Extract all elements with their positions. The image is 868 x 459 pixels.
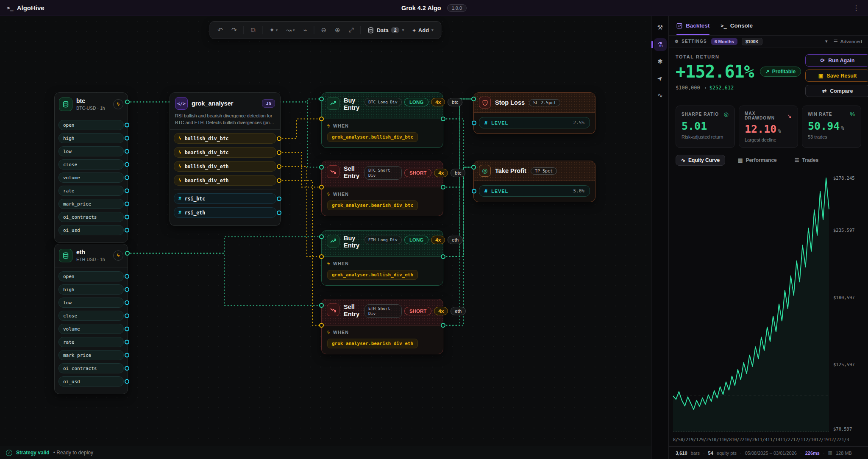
- build-tool-button[interactable]: ⚒: [654, 21, 667, 34]
- port-when-input[interactable]: [319, 323, 324, 328]
- node-buy-entry-btc[interactable]: Buy Entry BTC Long Div LONG 4x btc ϟWHEN…: [321, 92, 443, 148]
- port-btc-output[interactable]: [125, 100, 130, 104]
- undo-button[interactable]: ↶: [214, 25, 226, 36]
- port-market-input[interactable]: [319, 234, 324, 239]
- field-row[interactable]: close: [58, 311, 124, 321]
- port-field-output[interactable]: [125, 228, 129, 233]
- signal-row[interactable]: ϟ bullish_div_btc: [174, 133, 276, 144]
- port-level-input[interactable]: [472, 189, 476, 193]
- port-field-output[interactable]: [125, 366, 129, 371]
- port-value-output[interactable]: [277, 210, 281, 215]
- port-eth-output[interactable]: [125, 251, 130, 256]
- port-signal-output[interactable]: [277, 150, 281, 155]
- debug-tool-button[interactable]: ✱: [654, 55, 667, 68]
- port-field-output[interactable]: [125, 215, 129, 220]
- add-node-button[interactable]: + Add ▾: [409, 25, 437, 35]
- tab-equity-curve[interactable]: ∿ Equity Curve: [676, 155, 725, 166]
- port-field-output[interactable]: [125, 379, 129, 384]
- run-again-button[interactable]: ⟳ Run Again: [805, 54, 868, 67]
- deploy-tool-button[interactable]: ➤: [654, 72, 667, 85]
- signal-row[interactable]: ϟ bearish_div_eth: [174, 175, 276, 186]
- field-row[interactable]: volume: [58, 324, 124, 334]
- capital-badge[interactable]: $100K: [742, 38, 762, 45]
- port-field-output[interactable]: [125, 202, 129, 206]
- port-field-output[interactable]: [125, 353, 129, 358]
- port-market-input[interactable]: [319, 303, 324, 308]
- save-result-button[interactable]: ▣ Save Result: [805, 70, 868, 82]
- field-row[interactable]: oi_contracts: [58, 363, 124, 373]
- port-field-output[interactable]: [125, 175, 129, 180]
- collapse-chevron-icon[interactable]: ▾: [825, 39, 828, 44]
- port-take-profit-input[interactable]: [471, 165, 476, 170]
- tab-backtest[interactable]: Backtest: [676, 16, 709, 35]
- overflow-menu-icon[interactable]: ⋮: [851, 4, 861, 12]
- field-row[interactable]: rate: [58, 337, 124, 347]
- data-menu-button[interactable]: Data 2 ▾: [364, 25, 408, 35]
- field-row[interactable]: oi_contracts: [58, 212, 124, 222]
- field-row[interactable]: high: [58, 133, 124, 143]
- tab-performance[interactable]: ▥ Performance: [733, 155, 782, 165]
- node-btc[interactable]: btc BTC-USD · 1h ϟ open: [54, 92, 128, 243]
- port-entry-output[interactable]: [441, 254, 445, 259]
- port-field-output[interactable]: [125, 340, 129, 345]
- field-row[interactable]: mark_price: [58, 350, 124, 360]
- port-field-output[interactable]: [125, 149, 129, 154]
- port-market-input[interactable]: [319, 97, 324, 101]
- field-row[interactable]: oi_usd: [58, 376, 124, 387]
- redo-button[interactable]: ↷: [228, 25, 240, 36]
- when-expression[interactable]: grok_analyser.bearish_div_btc: [327, 200, 418, 210]
- backtest-tool-button[interactable]: ⚗: [654, 38, 667, 51]
- edge-style-button[interactable]: ↝▾: [283, 25, 298, 36]
- field-row[interactable]: high: [58, 284, 124, 295]
- port-entry-output[interactable]: [441, 323, 445, 328]
- monitor-tool-button[interactable]: ∿: [654, 89, 667, 102]
- node-take-profit[interactable]: ◎ Take Profit TP 5pct # LEVEL 5.0%: [473, 161, 595, 202]
- settings-button[interactable]: ⚙ SETTINGS: [675, 39, 707, 44]
- node-stop-loss[interactable]: Stop Loss SL 2.5pct # LEVEL 2.5%: [473, 92, 595, 134]
- value-row[interactable]: # rsi_btc: [174, 193, 276, 204]
- field-row[interactable]: volume: [58, 172, 124, 183]
- port-field-output[interactable]: [125, 162, 129, 167]
- port-field-output[interactable]: [125, 287, 129, 292]
- port-signal-output[interactable]: [277, 136, 281, 141]
- port-field-output[interactable]: [125, 314, 129, 318]
- level-row[interactable]: # LEVEL 5.0%: [479, 185, 590, 197]
- period-badge[interactable]: 6 Months: [711, 38, 737, 45]
- auto-wire-button[interactable]: ✦▾: [266, 25, 281, 36]
- node-eth[interactable]: eth ETH-USD · 1h ϟ open: [54, 244, 128, 394]
- node-sell-entry-eth[interactable]: Sell Entry ETH Short Div SHORT 4x eth ϟW…: [321, 299, 443, 354]
- fit-view-button[interactable]: ⤢: [345, 25, 357, 36]
- strategy-canvas[interactable]: ↶ ↷ ⧉ ✦▾ ↝▾ ⌁ ⊖ ⊕ ⤢ Data 2: [0, 16, 651, 446]
- copy-button[interactable]: ⧉: [248, 25, 259, 36]
- port-field-output[interactable]: [125, 327, 129, 331]
- port-field-output[interactable]: [125, 136, 129, 141]
- port-field-output[interactable]: [125, 189, 129, 193]
- port-when-input[interactable]: [319, 185, 324, 189]
- field-row[interactable]: open: [58, 271, 124, 281]
- level-row[interactable]: # LEVEL 2.5%: [479, 117, 590, 128]
- port-signal-output[interactable]: [277, 164, 281, 169]
- field-row[interactable]: oi_usd: [58, 225, 124, 235]
- field-row[interactable]: open: [58, 120, 124, 130]
- when-expression[interactable]: grok_analyser.bullish_div_btc: [327, 132, 418, 142]
- node-grok-analyser[interactable]: </> grok_analyser JS RSI bullish and bea…: [170, 92, 281, 226]
- port-field-output[interactable]: [125, 274, 129, 279]
- port-entry-output[interactable]: [441, 117, 445, 121]
- node-buy-entry-eth[interactable]: Buy Entry ETH Long Div LONG 4x eth ϟWHEN…: [321, 230, 443, 286]
- port-when-input[interactable]: [319, 117, 324, 121]
- when-expression[interactable]: grok_analyser.bearish_div_eth: [327, 339, 418, 348]
- port-field-output[interactable]: [125, 300, 129, 305]
- value-row[interactable]: # rsi_eth: [174, 207, 276, 218]
- tab-console[interactable]: >_ Console: [721, 16, 753, 35]
- port-when-input[interactable]: [319, 254, 324, 259]
- zoom-in-button[interactable]: ⊕: [331, 25, 344, 36]
- port-signal-output[interactable]: [277, 178, 281, 183]
- port-value-output[interactable]: [277, 196, 281, 201]
- signal-row[interactable]: ϟ bearish_div_btc: [174, 147, 276, 158]
- advanced-button[interactable]: ☰ Advanced: [834, 39, 862, 45]
- compare-button[interactable]: ⇄ Compare: [805, 85, 868, 97]
- when-expression[interactable]: grok_analyser.bullish_div_eth: [327, 270, 418, 280]
- link-button[interactable]: ⌁: [300, 25, 310, 36]
- field-row[interactable]: close: [58, 159, 124, 170]
- field-row[interactable]: low: [58, 146, 124, 156]
